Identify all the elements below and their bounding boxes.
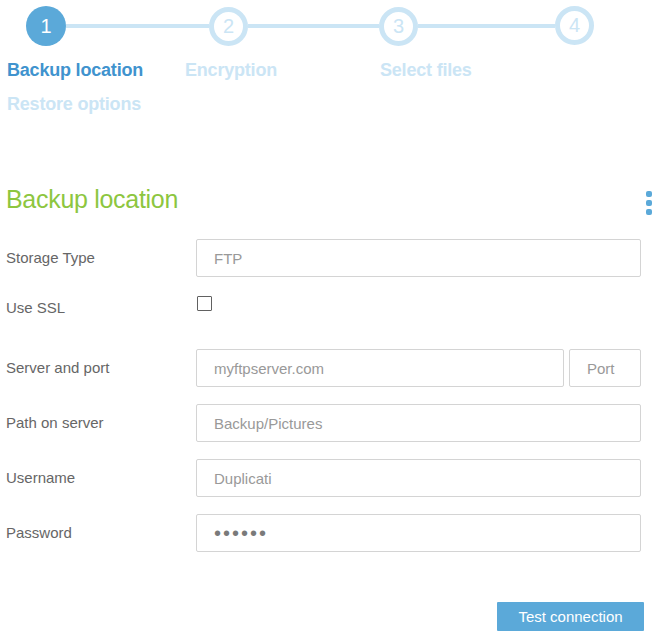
server-and-port-label: Server and port bbox=[6, 359, 109, 376]
test-connection-button[interactable]: Test connection bbox=[497, 602, 644, 631]
path-on-server-label: Path on server bbox=[6, 414, 104, 431]
kebab-menu-icon[interactable] bbox=[643, 189, 655, 217]
storage-type-input[interactable] bbox=[196, 239, 641, 277]
path-input[interactable] bbox=[196, 404, 641, 442]
step-label-select-files[interactable]: Select files bbox=[380, 60, 472, 81]
page-title: Backup location bbox=[6, 185, 178, 214]
kebab-dot bbox=[646, 209, 652, 215]
kebab-dot bbox=[646, 191, 652, 197]
stepper-connector-line bbox=[418, 24, 555, 28]
step-label-encryption[interactable]: Encryption bbox=[185, 60, 277, 81]
step-circle-1[interactable]: 1 bbox=[26, 6, 66, 46]
step-label-backup-location[interactable]: Backup location bbox=[7, 60, 143, 81]
username-label: Username bbox=[6, 469, 75, 486]
use-ssl-checkbox[interactable] bbox=[197, 296, 212, 311]
password-label: Password bbox=[6, 524, 72, 541]
step-circle-2[interactable]: 2 bbox=[209, 7, 248, 46]
step-label-restore-options[interactable]: Restore options bbox=[7, 94, 141, 115]
port-input[interactable] bbox=[569, 349, 641, 387]
kebab-dot bbox=[646, 200, 652, 206]
stepper-connector-line bbox=[248, 24, 379, 28]
backup-wizard-screen: 1 2 3 4 Backup location Encryption Selec… bbox=[0, 0, 657, 636]
use-ssl-label: Use SSL bbox=[6, 299, 65, 316]
step-circle-4[interactable]: 4 bbox=[555, 6, 594, 45]
storage-type-label: Storage Type bbox=[6, 249, 95, 266]
username-input[interactable] bbox=[196, 459, 641, 497]
step-circle-3[interactable]: 3 bbox=[379, 7, 418, 46]
stepper-connector-line bbox=[66, 24, 209, 28]
server-input[interactable] bbox=[196, 349, 564, 387]
password-input[interactable] bbox=[196, 514, 641, 552]
